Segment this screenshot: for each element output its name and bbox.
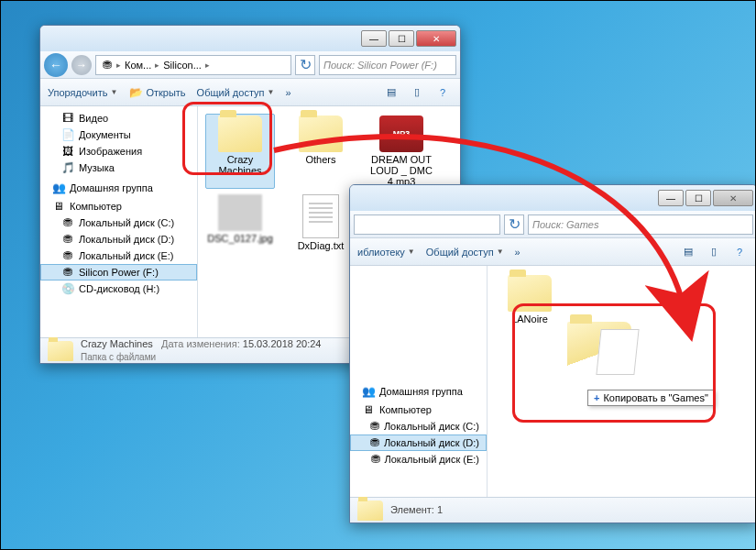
maximize-button[interactable]: ☐ — [389, 30, 414, 47]
folder-lanoire[interactable]: LANoire — [495, 273, 564, 326]
status-text: Crazy Machines Дата изменения: 15.03.201… — [81, 338, 321, 362]
folder-crazy-machines[interactable]: Crazy Machines — [205, 114, 275, 189]
sidebar-item-drive-d[interactable]: ⛃Локальный диск (D:) — [40, 231, 197, 248]
sidebar-item-drive-e[interactable]: ⛃Локальный диск (E:) — [350, 451, 487, 468]
share-menu[interactable]: Общий доступ ▼ — [426, 247, 504, 258]
sidebar-item-drive-e[interactable]: ⛃Локальный диск (E:) — [40, 248, 197, 264]
label: Локальный диск (D:) — [384, 437, 479, 448]
share-menu[interactable]: Общий доступ ▼ — [197, 87, 275, 98]
organize-menu[interactable]: Упорядочить ▼ — [48, 87, 117, 98]
label: Музыка — [79, 162, 115, 173]
chevron-down-icon: ▼ — [497, 248, 504, 256]
cd-icon: 💿 — [60, 282, 75, 295]
address-bar[interactable]: ⛃ ▸ Ком... ▸ Silicon... ▸ — [95, 55, 291, 75]
file-label: DSC_0127.jpg — [207, 233, 273, 244]
breadcrumb-seg[interactable]: Silicon... — [161, 60, 203, 71]
preview-pane-button[interactable]: ▯ — [407, 83, 427, 102]
text-file-icon — [302, 194, 339, 238]
titlebar[interactable]: — ☐ ✕ — [350, 185, 756, 211]
folder-others[interactable]: Others — [286, 114, 356, 189]
sidebar-group-homegroup[interactable]: 👥Домашняя группа — [350, 385, 487, 398]
file-label: DREAM OUT LOUD _ DMC 4.mp3 — [368, 154, 434, 187]
sidebar-item-drive-d[interactable]: ⛃Локальный диск (D:) — [350, 434, 487, 451]
close-button[interactable]: ✕ — [416, 30, 456, 47]
minimize-button[interactable]: — — [658, 190, 684, 206]
image-icon — [218, 194, 262, 231]
label: Локальный диск (C:) — [384, 421, 479, 432]
titlebar[interactable]: — ☐ ✕ — [40, 26, 460, 51]
label: Домашняя группа — [70, 182, 153, 193]
file-label: LANoire — [511, 314, 548, 324]
folder-icon — [218, 116, 262, 152]
refresh-button[interactable]: ↻ — [295, 55, 315, 75]
file-jpg[interactable]: DSC_0127.jpg — [205, 192, 275, 253]
sidebar-item-drive-c[interactable]: ⛃Локальный диск (C:) — [350, 418, 487, 434]
sidebar-item-drive-f[interactable]: ⛃Silicon Power (F:) — [40, 264, 197, 280]
library-menu[interactable]: иблиотеку ▼ — [357, 247, 415, 258]
close-button[interactable]: ✕ — [713, 190, 753, 206]
open-label: Открыть — [146, 87, 185, 98]
label: Локальный диск (E:) — [385, 454, 480, 465]
sidebar-item-video[interactable]: 🎞Видео — [40, 110, 197, 126]
refresh-button[interactable]: ↻ — [504, 214, 524, 235]
folder-icon — [357, 500, 383, 521]
folder-icon — [299, 116, 343, 152]
open-icon: 📂 — [128, 86, 143, 99]
label: Изображения — [79, 146, 142, 157]
view-button[interactable]: ▤ — [678, 243, 698, 261]
search-input[interactable]: Поиск: Silicon Power (F:) — [319, 55, 456, 75]
arrow-icon: ▸ — [205, 60, 210, 70]
file-label: Crazy Machines — [207, 154, 273, 176]
drag-ghost-folder — [567, 322, 641, 380]
label: Компьютер — [379, 404, 432, 415]
file-txt[interactable]: DxDiag.txt — [286, 192, 356, 253]
maximize-button[interactable]: ☐ — [685, 190, 711, 206]
breadcrumb-seg[interactable]: Ком... — [123, 60, 153, 71]
sidebar-item-music[interactable]: 🎵Музыка — [40, 160, 197, 176]
sidebar-item-documents[interactable]: 📄Документы — [40, 126, 197, 143]
back-button[interactable]: ← — [44, 53, 68, 77]
sidebar-item-drive-c[interactable]: ⛃Локальный диск (C:) — [40, 214, 197, 231]
label: Локальный диск (E:) — [79, 250, 174, 261]
search-input[interactable]: Поиск: Games — [528, 214, 753, 235]
sidebar-item-images[interactable]: 🖼Изображения — [40, 143, 197, 160]
label: Видео — [79, 113, 108, 124]
nav-bar: ↻ Поиск: Games — [350, 211, 756, 238]
address-bar[interactable] — [354, 214, 500, 235]
nav-pane[interactable]: 👥Домашняя группа 🖥Компьютер ⛃Локальный д… — [350, 266, 488, 497]
library-label: иблиотеку — [357, 247, 405, 258]
status-date-label: Дата изменения: — [161, 338, 240, 349]
chevron-down-icon: ▼ — [408, 248, 415, 256]
forward-button[interactable]: → — [71, 55, 92, 75]
drive-icon: ⛃ — [100, 59, 115, 72]
help-button[interactable]: ? — [729, 243, 750, 261]
status-name: Crazy Machines — [81, 338, 153, 349]
minimize-button[interactable]: — — [361, 30, 387, 47]
file-list[interactable]: LANoire — [488, 266, 756, 497]
label: Silicon Power (F:) — [79, 267, 159, 278]
open-button[interactable]: 📂Открыть — [128, 86, 185, 99]
help-button[interactable]: ? — [433, 83, 453, 102]
more-button[interactable]: » — [285, 87, 290, 98]
plus-icon: + — [594, 392, 599, 403]
arrow-icon: ▸ — [155, 60, 159, 70]
label: Документы — [79, 129, 131, 140]
drive-icon: ⛃ — [60, 249, 75, 262]
mp3-icon: MP3 — [379, 116, 423, 152]
view-button[interactable]: ▤ — [381, 83, 401, 102]
status-date-value: 15.03.2018 20:24 — [243, 338, 322, 349]
sidebar-group-homegroup[interactable]: 👥Домашняя группа — [40, 182, 197, 194]
sidebar-item-drive-h[interactable]: 💿CD-дисковод (H:) — [40, 280, 197, 297]
nav-pane[interactable]: 🎞Видео 📄Документы 🖼Изображения 🎵Музыка 👥… — [40, 106, 198, 337]
file-label: DxDiag.txt — [298, 240, 345, 251]
arrow-icon: ▸ — [116, 60, 121, 70]
more-button[interactable]: » — [515, 247, 520, 258]
drive-icon: ⛃ — [60, 266, 75, 279]
body: 👥Домашняя группа 🖥Компьютер ⛃Локальный д… — [350, 266, 756, 497]
preview-pane-button[interactable]: ▯ — [704, 243, 724, 261]
status-bar: Элемент: 1 — [350, 497, 756, 522]
toolbar: Упорядочить ▼ 📂Открыть Общий доступ ▼ » … — [40, 79, 460, 106]
sidebar-group-computer[interactable]: 🖥Компьютер — [40, 200, 197, 213]
sidebar-group-computer[interactable]: 🖥Компьютер — [350, 403, 487, 416]
file-mp3[interactable]: MP3 DREAM OUT LOUD _ DMC 4.mp3 — [367, 114, 436, 189]
